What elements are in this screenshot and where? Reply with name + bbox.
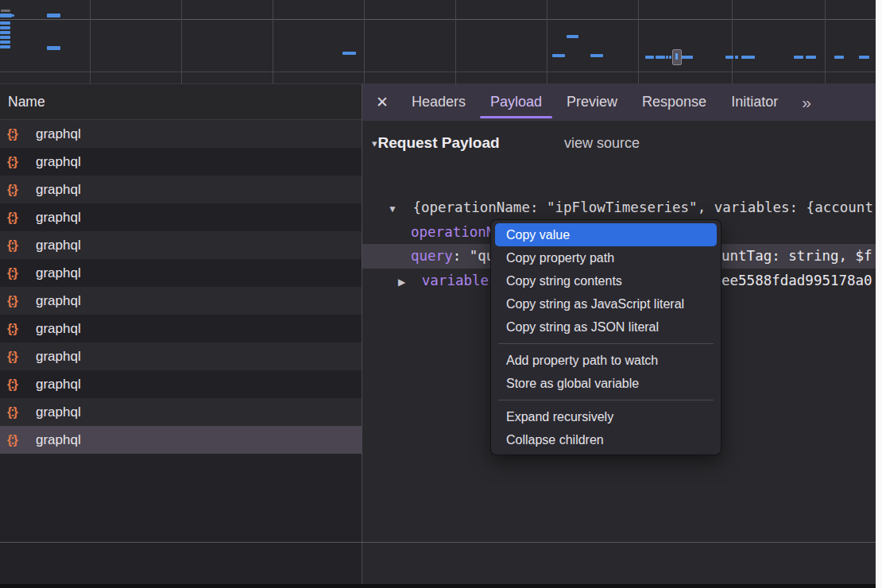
overview-gridline-vertical	[547, 0, 547, 83]
waterfall-bar	[741, 56, 755, 59]
waterfall-bar	[47, 14, 60, 17]
waterfall-bar	[12, 14, 14, 17]
waterfall-bar	[0, 36, 10, 39]
network-request-row[interactable]: {:}graphql	[0, 370, 362, 398]
overview-gridline-vertical	[181, 0, 182, 83]
name-column-header[interactable]: Name	[0, 83, 362, 120]
waterfall-bar	[794, 56, 803, 59]
json-request-icon: {:}	[7, 183, 26, 197]
panel-divider[interactable]	[362, 83, 362, 584]
network-request-row[interactable]: {:}graphql	[0, 342, 362, 370]
menu-item-copy-property-path[interactable]: Copy property path	[495, 246, 717, 269]
network-request-row[interactable]: {:}graphql	[0, 176, 362, 203]
menu-item-add-property-path-to-watch[interactable]: Add property path to watch	[495, 349, 717, 372]
request-name-label: graphql	[36, 126, 81, 142]
close-icon[interactable]: ✕	[376, 93, 389, 111]
request-list-panel: Name {:}graphql{:}graphql{:}graphql{:}gr…	[0, 83, 362, 584]
network-request-row[interactable]: {:}graphql	[0, 426, 362, 454]
menu-item-store-as-global-variable[interactable]: Store as global variable	[495, 372, 717, 395]
payload-preview-text: {operationName: "ipFlowTimeseries", vari…	[412, 199, 872, 215]
json-key: query	[411, 248, 453, 264]
json-request-icon: {:}	[7, 377, 26, 392]
request-name-label: graphql	[36, 238, 81, 253]
menu-item-expand-recursively[interactable]: Expand recursively	[495, 405, 717, 428]
request-name-label: graphql	[36, 349, 81, 365]
request-name-label: graphql	[36, 404, 81, 420]
waterfall-bar	[806, 56, 816, 59]
json-string-value-right: untTag: string, $f	[721, 244, 872, 269]
detail-tab-bar: ✕ HeadersPayloadPreviewResponseInitiator…	[362, 83, 876, 121]
waterfall-bar	[725, 56, 733, 59]
json-request-icon: {:}	[7, 294, 26, 308]
more-tabs-icon[interactable]: »	[802, 93, 810, 112]
json-value-right: ee5588fdad995178a0	[721, 269, 872, 292]
request-name-label: graphql	[36, 377, 81, 393]
view-source-link[interactable]: view source	[564, 131, 640, 155]
json-request-icon: {:}	[7, 211, 26, 225]
request-name-label: graphql	[36, 321, 81, 337]
overview-gridline-vertical	[90, 0, 91, 83]
collapsed-triangle-icon: ▶	[398, 270, 405, 292]
network-request-row[interactable]: {:}graphql	[0, 287, 362, 315]
network-request-row[interactable]: {:}graphql	[0, 259, 362, 287]
tab-initiator[interactable]: Initiator	[731, 83, 778, 121]
overview-gridline-horizontal	[0, 72, 876, 72]
waterfall-bar	[666, 56, 668, 59]
waterfall-bar	[669, 56, 671, 59]
expanded-triangle-icon: ▼	[388, 197, 397, 219]
json-request-icon: {:}	[7, 127, 26, 141]
overview-gridline-vertical	[732, 0, 733, 83]
network-request-row[interactable]: {:}graphql	[0, 315, 362, 342]
waterfall-bar	[1, 10, 10, 12]
request-name-label: graphql	[36, 432, 81, 448]
request-name-label: graphql	[36, 210, 81, 226]
request-rows: {:}graphql{:}graphql{:}graphql{:}graphql…	[0, 120, 362, 454]
detail-tabs: HeadersPayloadPreviewResponseInitiator	[412, 83, 778, 121]
menu-item-copy-string-contents[interactable]: Copy string contents	[495, 269, 717, 292]
menu-item-copy-string-as-javascript-literal[interactable]: Copy string as JavaScript literal	[495, 292, 717, 315]
payload-root-row[interactable]: ▼ {operationName: "ipFlowTimeseries", va…	[362, 195, 876, 219]
json-request-icon: {:}	[7, 155, 26, 169]
waterfall-bar	[834, 56, 844, 59]
waterfall-bar	[567, 35, 578, 38]
json-request-icon: {:}	[7, 322, 26, 336]
overview-selection-handle[interactable]	[672, 49, 682, 65]
json-request-icon: {:}	[7, 433, 26, 447]
section-title: Request Payload	[378, 134, 500, 152]
request-name-label: graphql	[36, 293, 81, 309]
menu-item-collapse-children[interactable]: Collapse children	[495, 428, 717, 451]
waterfall-bar	[645, 56, 654, 59]
waterfall-bar	[0, 14, 12, 17]
menu-item-copy-string-as-json-literal[interactable]: Copy string as JSON literal	[495, 315, 717, 338]
key-separator: :	[453, 248, 470, 264]
waterfall-bar	[0, 26, 10, 29]
overview-gridline-vertical	[825, 0, 826, 83]
waterfall-bar	[590, 54, 603, 57]
network-request-row[interactable]: {:}graphql	[0, 398, 362, 426]
json-request-icon: {:}	[7, 266, 26, 280]
tab-preview[interactable]: Preview	[567, 83, 617, 121]
network-request-row[interactable]: {:}graphql	[0, 120, 362, 148]
waterfall-bar	[656, 56, 665, 59]
waterfall-bar	[681, 56, 693, 59]
network-request-row[interactable]: {:}graphql	[0, 231, 362, 259]
waterfall-bar	[859, 56, 869, 59]
waterfall-bar	[47, 46, 60, 50]
window-bottom-edge	[0, 584, 876, 588]
request-payload-section[interactable]: ▾ Request Payload	[372, 131, 500, 155]
tab-headers[interactable]: Headers	[412, 83, 466, 121]
json-key: variables	[422, 273, 497, 288]
menu-separator	[498, 343, 714, 344]
tab-response[interactable]: Response	[642, 83, 706, 121]
menu-item-copy-value[interactable]: Copy value	[495, 223, 717, 246]
network-request-row[interactable]: {:}graphql	[0, 203, 362, 231]
overview-gridline-vertical	[273, 0, 273, 83]
waterfall-bar	[0, 45, 10, 48]
overview-gridline-vertical	[638, 0, 639, 83]
devtools-network-panel: Name {:}graphql{:}graphql{:}graphql{:}gr…	[0, 0, 882, 588]
network-overview-strip[interactable]	[0, 0, 876, 83]
menu-separator	[498, 400, 714, 400]
name-column-label: Name	[8, 94, 45, 110]
network-request-row[interactable]: {:}graphql	[0, 148, 362, 176]
tab-payload[interactable]: Payload	[490, 83, 542, 121]
